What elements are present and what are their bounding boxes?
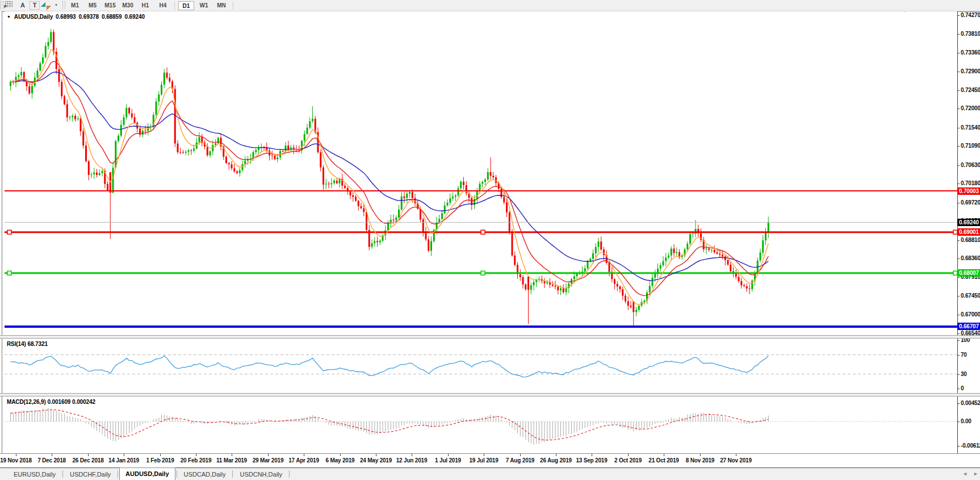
date-axis-label: 7 Aug 2019: [506, 457, 534, 464]
timeframe-button-h1[interactable]: H1: [137, 1, 153, 10]
price-tick: [957, 128, 960, 128]
price-tick: [957, 165, 960, 166]
date-axis-label: 21 Oct 2019: [648, 457, 679, 464]
timeframe-button-h4[interactable]: H4: [155, 1, 171, 10]
ma-fast-orange: [11, 50, 769, 304]
panel-separator[interactable]: [0, 335, 980, 339]
rsi-axis-label: 70: [961, 352, 967, 358]
panel-separator[interactable]: [0, 393, 980, 396]
date-tick: [52, 454, 52, 456]
resistance-line-69001-handle[interactable]: [481, 230, 485, 234]
price-axis-label: 0.70180: [961, 180, 980, 186]
hline-objects[interactable]: [5, 191, 957, 327]
date-axis-label: 1 Feb 2019: [146, 457, 174, 464]
macd-tick: [957, 446, 960, 446]
chart-tab-usdcnh[interactable]: USDCNH,Daily: [234, 469, 288, 480]
price-badge-0.69001: 0.69001: [957, 228, 980, 236]
dropdown-caret-icon[interactable]: ▼: [55, 3, 58, 7]
timeframe-button-m5[interactable]: M5: [85, 1, 100, 10]
support-line-68007-handle[interactable]: [481, 271, 485, 275]
rsi-tick: [957, 340, 960, 341]
macd-panel[interactable]: [5, 396, 957, 453]
date-axis-label: 8 Nov 2019: [686, 457, 714, 464]
resistance-line-69001-handle[interactable]: [953, 230, 957, 234]
macd-tick: [957, 403, 960, 404]
date-tick: [736, 454, 736, 456]
price-axis-label: 0.67000: [961, 311, 980, 318]
window-border: [2, 11, 2, 480]
ma-mid-red: [11, 61, 769, 296]
date-tick: [664, 454, 664, 456]
ohlc-high: 0.69378: [79, 14, 99, 20]
rsi-tick: [957, 389, 960, 389]
price-axis-label: 0.67450: [961, 293, 980, 299]
date-axis-label: 13 Sep 2019: [576, 457, 607, 464]
price-chart-panel[interactable]: [5, 11, 957, 335]
price-axis-label: 0.69720: [961, 199, 980, 206]
ohlc-collapse-icon[interactable]: ▼: [7, 15, 11, 19]
date-tick: [484, 454, 484, 456]
timeframe-toolbar: M1M5M15M30H1H4D1W1MN: [67, 1, 237, 10]
chart-tab-usdchf[interactable]: USDCHF,Daily: [64, 469, 116, 480]
price-axis-label: 0.68360: [961, 255, 980, 261]
ma-slow-blue: [11, 72, 769, 281]
rsi-axis-label: 30: [961, 371, 967, 377]
date-axis-label: 6 May 2019: [326, 457, 355, 464]
label-a-icon[interactable]: A: [18, 1, 27, 10]
tab-separator: [232, 470, 233, 478]
price-tick: [957, 15, 960, 16]
date-tick: [592, 454, 592, 456]
timeframe-button-m15[interactable]: M15: [102, 1, 118, 10]
date-axis-label: 17 Apr 2019: [288, 457, 319, 464]
rsi-panel[interactable]: [5, 339, 957, 393]
price-badge-0.66707: 0.66707: [957, 323, 980, 330]
chart-symbol-period: AUDUSD,Daily: [14, 14, 53, 20]
price-tick: [957, 203, 960, 203]
price-tick: [957, 53, 960, 53]
date-tick: [340, 454, 341, 456]
resistance-line-69001-handle[interactable]: [7, 230, 11, 234]
support-line-68007-handle[interactable]: [953, 271, 957, 275]
price-axis-label: 0.71090: [961, 143, 980, 149]
price-axis-label: 0.72900: [961, 68, 980, 74]
tab-separator: [289, 470, 290, 478]
tab-scroll-left-icon[interactable]: ◄: [962, 471, 968, 477]
date-axis-label: 2 Oct 2019: [614, 457, 642, 464]
price-tick: [957, 277, 960, 278]
timeframe-button-m1[interactable]: M1: [67, 1, 83, 10]
price-axis-label: 0.72000: [961, 105, 980, 111]
price-tick: [957, 34, 960, 35]
text-tool-icon[interactable]: T: [30, 1, 40, 10]
price-tick: [957, 240, 960, 241]
chart-tab-bar: EURUSD,DailyUSDCHF,DailyAUDUSD,DailyUSDC…: [0, 468, 980, 480]
support-line-68007-handle[interactable]: [7, 271, 11, 275]
price-badge-0.70003: 0.70003: [957, 187, 980, 195]
macd-label: MACD(12,26,9) 0.001609 0.000242: [7, 399, 95, 405]
date-axis-label: 24 May 2019: [360, 457, 392, 464]
macd-axis-label: 0.00: [961, 418, 971, 424]
price-badge-0.68007: 0.68007: [957, 269, 980, 277]
chart-tab-audusd[interactable]: AUDUSD,Daily: [119, 468, 175, 480]
tab-scroll-right-icon[interactable]: ►: [973, 471, 978, 477]
chart-tab-usdcad[interactable]: USDCAD,Daily: [178, 469, 232, 480]
timeframe-button-m30[interactable]: M30: [120, 1, 136, 10]
date-axis-label: 11 Mar 2019: [216, 457, 247, 464]
price-axis-label: 0.73810: [961, 31, 980, 37]
grid-f-icon[interactable]: F: [5, 1, 14, 10]
color-arrows-icon[interactable]: [42, 1, 51, 10]
date-tick: [412, 454, 412, 456]
price-tick: [957, 146, 960, 147]
price-axis-label: 0.71540: [961, 124, 980, 131]
rsi-tick: [957, 355, 960, 356]
date-tick: [556, 454, 556, 456]
tab-separator: [62, 470, 63, 478]
chart-tab-eurusd[interactable]: EURUSD,Daily: [8, 469, 61, 480]
timeframe-button-mn[interactable]: MN: [213, 1, 229, 10]
toolbar-grip[interactable]: [1, 1, 3, 9]
toolbar-grip[interactable]: [62, 1, 65, 9]
timeframe-button-w1[interactable]: W1: [196, 1, 212, 10]
price-axis-label: 0.74270: [961, 12, 980, 18]
date-axis-label: 12 Jun 2019: [396, 457, 428, 464]
timeframe-button-d1[interactable]: D1: [178, 1, 194, 10]
date-axis[interactable]: 19 Nov 20187 Dec 201826 Dec 201814 Jan 2…: [0, 453, 980, 468]
